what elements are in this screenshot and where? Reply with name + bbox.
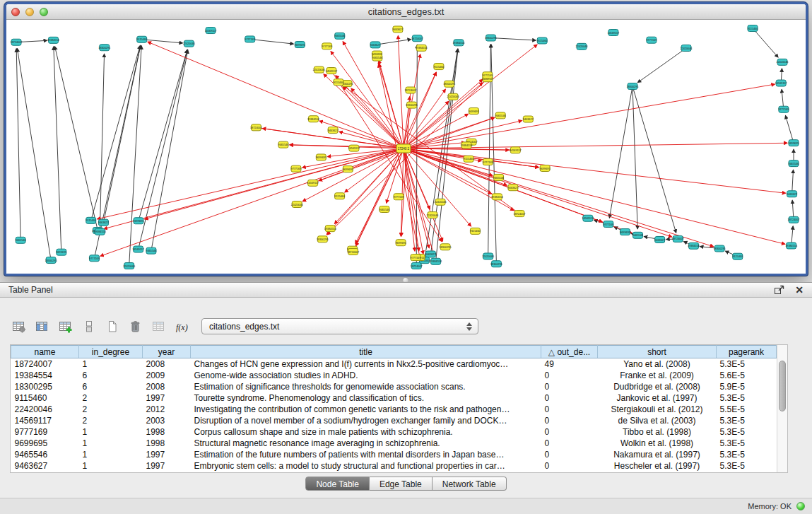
graph-node[interactable]: 9777169 [483,158,493,165]
graph-node[interactable]: 14569117 [510,147,522,153]
graph-node[interactable]: 9699695 [620,229,630,235]
close-panel-icon[interactable]: ✕ [795,284,804,296]
graph-node[interactable]: 9777169 [482,72,493,78]
function-builder-icon[interactable]: f(x) [173,319,192,334]
graph-node[interactable]: 9463627 [328,127,339,134]
table-row[interactable]: 1830029562008Estimation of significance … [11,381,777,392]
graph-node[interactable]: 18300295 [490,261,502,267]
graph-node[interactable]: 9465546 [334,33,345,39]
graph-node[interactable]: 14569117 [307,180,319,186]
graph-node[interactable]: 9115460 [86,217,96,223]
graph-node[interactable]: 9465546 [372,54,382,61]
graph-node[interactable]: 9115460 [334,79,344,86]
graph-node[interactable]: 9699695 [789,140,799,146]
graph-node[interactable]: 19384554 [324,226,336,232]
graph-node[interactable]: 14569117 [775,80,787,86]
graph-node[interactable]: 18724007 [347,248,359,255]
column-header-in_degree[interactable]: in_degree [79,346,143,358]
graph-node[interactable]: 22420046 [777,59,789,65]
graph-node[interactable]: 18724007 [788,216,800,223]
graph-node[interactable]: 18300295 [98,45,110,51]
graph-node[interactable]: 9777169 [245,36,255,42]
graph-node[interactable]: 9465546 [16,237,26,243]
graph-node[interactable]: 9777169 [603,221,613,228]
graph-node[interactable]: 19384554 [416,45,428,51]
graph-node[interactable]: 18300295 [406,102,418,108]
graph-node[interactable]: 9777169 [291,165,302,172]
graph-node[interactable]: 9465546 [789,160,799,167]
graph-node[interactable]: 14569117 [608,30,620,36]
table-row[interactable]: 977716911998Corpus callosum shape and si… [11,426,777,438]
graph-node[interactable]: 9777169 [394,194,404,200]
graph-node[interactable]: 9699695 [134,218,144,224]
graph-node[interactable]: 18724007 [11,39,23,45]
graph-node[interactable]: 19384554 [461,142,473,148]
graph-node[interactable]: 9465546 [495,112,506,119]
graph-node[interactable]: 18300295 [485,35,497,41]
table-row[interactable]: 946362711997Embryonic stem cells: a mode… [11,460,777,472]
table-row[interactable]: 2242004622012Investigating the contribut… [11,404,777,415]
add-column-icon[interactable] [57,319,75,334]
graph-node[interactable]: 9115460 [733,253,743,259]
graph-node[interactable]: 14569117 [582,215,594,221]
graph-node[interactable]: 22420046 [482,253,494,259]
show-columns-icon[interactable] [33,319,52,334]
column-header-short[interactable]: short [598,346,717,358]
graph-node[interactable]: 19384554 [94,228,106,235]
graph-node[interactable]: 14569117 [326,68,338,74]
graph-node[interactable]: 19384554 [453,40,465,46]
column-header-year[interactable]: year [143,346,191,358]
graph-node[interactable]: 18724007 [250,124,262,131]
graph-node[interactable]: 9699695 [343,166,353,173]
graph-node[interactable]: 9463627 [654,236,665,243]
float-panel-icon[interactable] [774,284,785,296]
table-row[interactable]: 1456911722003Disruption of a novel membe… [11,415,777,426]
graph-node[interactable]: 9777169 [646,37,657,43]
column-header-title[interactable]: title [191,346,541,358]
graph-node[interactable]: 9115460 [434,64,445,70]
graph-node[interactable]: 9463627 [392,26,403,33]
tab-node-table[interactable]: Node Table [305,477,370,491]
graph-node[interactable]: 9465546 [146,247,157,254]
graph-node[interactable]: 18724007 [404,87,416,93]
table-row[interactable]: 911546021997Tourette syndrome. Phenomeno… [11,392,777,404]
graph-node[interactable]: 9463627 [523,116,534,122]
graph-node[interactable]: 22420046 [123,263,135,269]
table-row[interactable]: 1872400712008Changes of HCN gene express… [11,358,777,370]
graph-node[interactable]: 18300295 [45,257,57,264]
graph-node[interactable]: 18724007 [411,35,423,42]
graph-node[interactable]: 9699695 [56,249,66,255]
graph-node[interactable]: 22420046 [576,43,588,49]
graph-node[interactable]: 22420046 [291,201,303,207]
graph-node[interactable]: 22420046 [313,66,325,73]
graph-node[interactable]: 22420046 [435,199,447,205]
graph-node[interactable]: 18724007 [514,211,526,217]
table-vertical-scrollbar[interactable] [777,345,787,472]
graph-node[interactable]: 18300295 [317,236,329,243]
graph-node[interactable]: 9777169 [778,106,789,112]
graph-node[interactable]: 9463627 [425,251,436,257]
network-view[interactable]: 1872400719384554183002959115460224200461… [6,20,806,274]
table-mode-icon[interactable] [10,319,28,334]
table-row[interactable]: 969969511998Structural magnetic resonanc… [11,438,777,449]
window-titlebar[interactable]: citations_edges.txt [6,4,806,20]
graph-node[interactable]: 14569117 [348,145,360,151]
graph-node[interactable]: 9115460 [537,37,548,44]
graph-node[interactable]: 19384554 [688,243,700,249]
graph-node[interactable]: 18724007 [672,235,684,242]
graph-node[interactable]: 22420046 [183,40,195,47]
column-header-out_degree[interactable]: △ out_de... [541,346,598,358]
graph-node[interactable]: 9463627 [370,42,381,48]
graph-node[interactable]: 9115460 [470,228,481,234]
graph-node[interactable]: 9465546 [493,174,504,180]
graph-node[interactable]: 19384554 [491,194,503,200]
new-file-icon[interactable] [103,319,122,334]
graph-node[interactable]: 22420046 [681,45,693,52]
graph-node[interactable]: 9699695 [396,240,406,246]
graph-node[interactable]: 18300295 [440,244,452,250]
graph-node[interactable]: 19384554 [307,116,319,122]
graph-node[interactable]: 9465546 [379,206,390,212]
graph-node[interactable]: 19384554 [47,37,59,43]
tab-network-table[interactable]: Network Table [433,477,507,491]
graph-node[interactable]: 9699695 [469,108,479,115]
